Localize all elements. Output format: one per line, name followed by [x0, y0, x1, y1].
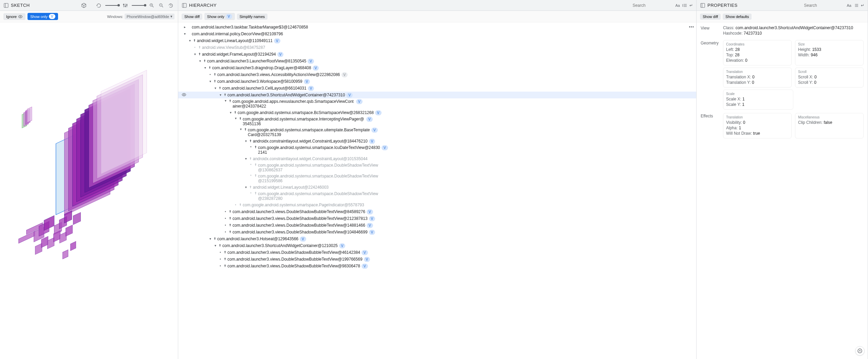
toggle-icon[interactable]: ▾	[243, 139, 248, 143]
tree-row[interactable]: ▾com.android.launcher3.dragndrop.DragLay…	[178, 64, 696, 71]
hierarchy-search-input[interactable]	[633, 3, 673, 8]
svg-rect-45	[66, 225, 73, 236]
v-badge: V	[366, 117, 373, 122]
tree-row[interactable]: •com.android.launcher3.views.DoubleShado…	[178, 215, 696, 222]
tree-row[interactable]: •com.android.launcher3.views.DoubleShado…	[178, 222, 696, 229]
bullet-icon: •	[218, 258, 223, 261]
tree-row[interactable]: ▾com.android.launcher3.ShortcutAndWidget…	[178, 242, 696, 249]
toggle-icon[interactable]: ▸	[182, 25, 187, 29]
show-only-hierarchy-button[interactable]: Show only V	[204, 13, 235, 20]
properties-body: View Class: com.android.launcher3.Shortc…	[697, 22, 868, 359]
pin-icon	[202, 59, 207, 63]
line-spacing-icon[interactable]	[853, 3, 859, 8]
tree-row[interactable]: ▾android.widget.LinearLayout@110949111V	[178, 37, 696, 44]
toggle-icon[interactable]: ▾	[203, 66, 207, 70]
toggle-icon[interactable]: ▾	[192, 53, 197, 56]
v-badge: V	[346, 93, 353, 98]
tree-row[interactable]: ▸ com.android.launcher3.taskbar.TaskbarM…	[178, 24, 696, 31]
window-select[interactable]: Windows: PhoneWindow@ad699de ▾	[107, 14, 174, 19]
toggle-icon[interactable]: ▾	[187, 39, 192, 42]
tree-row[interactable]: •com.android.launcher3.views.DoubleShado…	[178, 229, 696, 235]
properties-search-input[interactable]	[804, 3, 845, 8]
tree-row[interactable]: •com.android.launcher3.views.DoubleShado…	[178, 249, 696, 256]
toggle-icon[interactable]: ▾	[182, 32, 187, 36]
properties-title: PROPERTIES	[707, 3, 738, 8]
show-diff-button[interactable]: Show diff	[182, 14, 202, 20]
simplify-names-button[interactable]: Simplify names	[237, 14, 268, 20]
toggle-icon[interactable]: ▾	[243, 186, 248, 189]
toggle-icon[interactable]: ▾	[243, 157, 248, 160]
hierarchy-tree[interactable]: ▸ com.android.launcher3.taskbar.TaskbarM…	[178, 22, 696, 359]
tree-row[interactable]: •com.android.launcher3.views.DoubleShado…	[178, 208, 696, 215]
toggle-icon[interactable]: ▾	[233, 117, 238, 120]
tree-node-label: androidx.constraintlayout.widget.Constra…	[253, 139, 368, 144]
tree-node-label: androidx.constraintlayout.widget.Constra…	[253, 156, 368, 161]
tree-row[interactable]: ▾com.android.launcher3.Hotseat@129643566…	[178, 235, 696, 242]
hierarchy-title-wrap: HIERARCHY	[182, 3, 217, 8]
tree-node-label: com.android.launcher3.LauncherRootView@8…	[207, 59, 306, 63]
pin-icon	[218, 244, 222, 248]
sketch-title-wrap: SKETCH	[3, 3, 30, 8]
wrap-icon[interactable]: ↵	[861, 3, 864, 8]
line-spacing-icon[interactable]	[682, 3, 687, 8]
rotate-icon[interactable]	[95, 2, 103, 9]
tree-row[interactable]: •android.view.ViewStub@63475287	[178, 44, 696, 51]
zoom-in-icon[interactable]	[148, 2, 155, 9]
tree-row[interactable]: ▾com.google.android.systemui.smartspace.…	[178, 116, 696, 127]
sketch-canvas[interactable]	[0, 22, 178, 359]
toggle-icon[interactable]: ▾	[213, 87, 218, 90]
tree-node-label: com.google.android.systemui.smartspace.I…	[243, 117, 365, 126]
zoom-slider[interactable]	[132, 5, 145, 6]
tree-node-label: com.android.launcher3.views.DoubleShadow…	[227, 264, 360, 268]
show-diff-props-button[interactable]: Show diff	[700, 14, 721, 20]
tree-row[interactable]: ▾com.android.launcher3.Workspace@5810095…	[178, 78, 696, 85]
toggle-icon[interactable]: ▾	[218, 93, 223, 97]
tree-row[interactable]: ▾com.google.android.apps.nexuslauncher.q…	[178, 98, 696, 109]
tree-row[interactable]: •com.google.android.systemui.smartspace.…	[178, 173, 696, 184]
tree-row[interactable]: •com.android.launcher3.views.DoubleShado…	[178, 263, 696, 269]
toggle-icon[interactable]: ▾	[223, 99, 228, 102]
tree-row[interactable]: •com.google.android.systemui.smartspace.…	[178, 162, 696, 173]
spacing-slider[interactable]	[105, 5, 119, 6]
expand-fab[interactable]	[855, 346, 865, 356]
wrap-icon[interactable]: ↵	[689, 3, 693, 8]
tree-node-label: com.android.launcher3.views.Accessibilit…	[217, 72, 340, 77]
tree-row[interactable]: •com.android.launcher3.views.DoubleShado…	[178, 256, 696, 263]
tree-node-label: com.google.android.systemui.smartspace.I…	[258, 145, 380, 155]
toggle-icon[interactable]: ▾	[213, 244, 218, 247]
tree-row[interactable]: ▾com.google.android.systemui.smartspace.…	[178, 127, 696, 138]
tree-node-label: android.widget.LinearLayout@110949111	[197, 38, 273, 43]
tree-row[interactable]: ▾android.widget.LinearLayout@224246003	[178, 184, 696, 191]
toggle-icon[interactable]: ▾	[228, 111, 233, 114]
zoom-out-icon[interactable]	[158, 2, 165, 9]
tree-row[interactable]: ▾ com.android.internal.policy.DecorView@…	[178, 31, 696, 37]
toggle-icon[interactable]: ▾	[198, 59, 202, 63]
tree-node-label: com.android.launcher3.Workspace@58100959	[217, 79, 302, 84]
cube-icon[interactable]	[80, 2, 88, 9]
toggle-icon[interactable]: ▾	[238, 128, 243, 131]
history-icon[interactable]	[167, 2, 174, 9]
pin-icon	[228, 216, 233, 221]
show-defaults-button[interactable]: Show defaults	[723, 14, 752, 20]
tree-row[interactable]: ▾com.android.launcher3.CellLayout@661040…	[178, 85, 696, 92]
tree-row[interactable]: ▾com.google.android.systemui.smartspace.…	[178, 109, 696, 116]
tree-row[interactable]: •com.google.android.systemui.smartspace.…	[178, 145, 696, 155]
tree-row[interactable]: ▾androidx.constraintlayout.widget.Constr…	[178, 138, 696, 145]
match-case-icon[interactable]: Aa	[847, 3, 851, 7]
tree-row[interactable]: ▾androidx.constraintlayout.widget.Constr…	[178, 155, 696, 162]
tree-row[interactable]: ▾com.android.launcher3.LauncherRootView@…	[178, 58, 696, 64]
tree-row[interactable]: ▾android.widget.FrameLayout@32194294V	[178, 51, 696, 58]
toggle-icon[interactable]: ▾	[208, 80, 213, 83]
sliders-icon[interactable]	[122, 2, 129, 9]
tree-row[interactable]: •com.android.launcher3.views.Accessibili…	[178, 71, 696, 78]
overflow-icon[interactable]: •••	[689, 25, 694, 30]
tree-row[interactable]: •com.google.android.systemui.smartspace.…	[178, 191, 696, 202]
show-only-button[interactable]: Show only V	[27, 13, 58, 20]
ignore-button[interactable]: Ignore	[3, 13, 25, 20]
tree-row[interactable]: ▾com.android.launcher3.ShortcutAndWidget…	[178, 92, 696, 98]
tree-row[interactable]: •com.google.android.systemui.smartspace.…	[178, 202, 696, 208]
v-badge: V	[382, 145, 388, 150]
v-badge: V	[375, 110, 382, 115]
match-case-icon[interactable]: Aa	[676, 3, 680, 7]
toggle-icon[interactable]: ▾	[208, 237, 213, 241]
